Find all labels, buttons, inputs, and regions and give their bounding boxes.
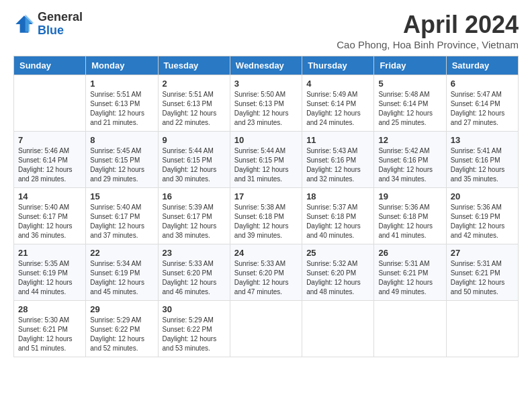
day-cell: 27Sunrise: 5:31 AMSunset: 6:21 PMDayligh…: [446, 244, 518, 301]
day-info: Sunrise: 5:29 AMSunset: 6:22 PMDaylight:…: [90, 316, 153, 353]
day-cell: 17Sunrise: 5:38 AMSunset: 6:18 PMDayligh…: [230, 188, 302, 244]
day-info: Sunrise: 5:44 AMSunset: 6:15 PMDaylight:…: [234, 146, 298, 184]
calendar-header: SundayMondayTuesdayWednesdayThursdayFrid…: [14, 56, 519, 75]
week-row-2: 7Sunrise: 5:46 AMSunset: 6:14 PMDaylight…: [14, 132, 519, 188]
day-cell: 11Sunrise: 5:43 AMSunset: 6:16 PMDayligh…: [302, 132, 374, 188]
header-day-sunday: Sunday: [14, 56, 86, 75]
day-number: 12: [378, 135, 441, 145]
day-cell: 14Sunrise: 5:40 AMSunset: 6:17 PMDayligh…: [14, 188, 86, 244]
day-cell: 1Sunrise: 5:51 AMSunset: 6:13 PMDaylight…: [86, 75, 158, 132]
day-cell: 23Sunrise: 5:33 AMSunset: 6:20 PMDayligh…: [158, 244, 230, 301]
day-number: 14: [18, 191, 81, 201]
day-cell: 2Sunrise: 5:51 AMSunset: 6:13 PMDaylight…: [158, 75, 230, 132]
day-number: 24: [234, 248, 298, 258]
day-number: 2: [163, 79, 226, 89]
day-info: Sunrise: 5:29 AMSunset: 6:22 PMDaylight:…: [163, 316, 226, 353]
day-cell: 13Sunrise: 5:41 AMSunset: 6:16 PMDayligh…: [446, 132, 518, 188]
day-number: 9: [163, 135, 226, 145]
day-info: Sunrise: 5:36 AMSunset: 6:19 PMDaylight:…: [451, 203, 514, 240]
week-row-3: 14Sunrise: 5:40 AMSunset: 6:17 PMDayligh…: [14, 188, 519, 244]
day-number: 3: [234, 79, 298, 89]
day-info: Sunrise: 5:36 AMSunset: 6:18 PMDaylight:…: [378, 203, 441, 240]
day-info: Sunrise: 5:32 AMSunset: 6:20 PMDaylight:…: [306, 259, 369, 297]
day-cell: 16Sunrise: 5:39 AMSunset: 6:17 PMDayligh…: [158, 188, 230, 244]
day-cell: 15Sunrise: 5:40 AMSunset: 6:17 PMDayligh…: [86, 188, 158, 244]
day-cell: [374, 301, 446, 357]
day-info: Sunrise: 5:30 AMSunset: 6:21 PMDaylight:…: [18, 316, 81, 353]
week-row-1: 1Sunrise: 5:51 AMSunset: 6:13 PMDaylight…: [14, 75, 519, 132]
day-info: Sunrise: 5:41 AMSunset: 6:16 PMDaylight:…: [451, 146, 514, 184]
day-cell: 6Sunrise: 5:47 AMSunset: 6:14 PMDaylight…: [446, 75, 518, 132]
day-info: Sunrise: 5:39 AMSunset: 6:17 PMDaylight:…: [163, 203, 226, 240]
logo-text: General Blue: [38, 11, 83, 38]
day-info: Sunrise: 5:33 AMSunset: 6:20 PMDaylight:…: [163, 259, 226, 297]
day-number: 19: [378, 191, 441, 201]
header-day-wednesday: Wednesday: [230, 56, 302, 75]
day-number: 26: [378, 248, 441, 258]
day-cell: 5Sunrise: 5:48 AMSunset: 6:14 PMDaylight…: [374, 75, 446, 132]
day-cell: 12Sunrise: 5:42 AMSunset: 6:16 PMDayligh…: [374, 132, 446, 188]
day-info: Sunrise: 5:49 AMSunset: 6:14 PMDaylight:…: [306, 90, 369, 128]
day-cell: 29Sunrise: 5:29 AMSunset: 6:22 PMDayligh…: [86, 301, 158, 357]
logo-icon: [13, 13, 35, 35]
day-info: Sunrise: 5:47 AMSunset: 6:14 PMDaylight:…: [451, 90, 514, 128]
day-number: 29: [90, 304, 153, 314]
day-number: 25: [306, 248, 369, 258]
day-cell: [230, 301, 302, 357]
day-number: 18: [306, 191, 369, 201]
day-info: Sunrise: 5:31 AMSunset: 6:21 PMDaylight:…: [451, 259, 514, 297]
day-cell: 8Sunrise: 5:45 AMSunset: 6:15 PMDaylight…: [86, 132, 158, 188]
day-cell: 20Sunrise: 5:36 AMSunset: 6:19 PMDayligh…: [446, 188, 518, 244]
day-info: Sunrise: 5:40 AMSunset: 6:17 PMDaylight:…: [18, 203, 81, 240]
day-number: 16: [163, 191, 226, 201]
day-number: 6: [451, 79, 514, 89]
day-number: 17: [234, 191, 298, 201]
logo-blue-text: Blue: [38, 24, 83, 38]
day-cell: 4Sunrise: 5:49 AMSunset: 6:14 PMDaylight…: [302, 75, 374, 132]
day-cell: 25Sunrise: 5:32 AMSunset: 6:20 PMDayligh…: [302, 244, 374, 301]
day-cell: [446, 301, 518, 357]
svg-marker-0: [15, 15, 33, 33]
day-info: Sunrise: 5:38 AMSunset: 6:18 PMDaylight:…: [234, 203, 298, 240]
day-number: 8: [90, 135, 153, 145]
day-cell: 30Sunrise: 5:29 AMSunset: 6:22 PMDayligh…: [158, 301, 230, 357]
day-info: Sunrise: 5:34 AMSunset: 6:19 PMDaylight:…: [90, 259, 153, 297]
day-cell: 22Sunrise: 5:34 AMSunset: 6:19 PMDayligh…: [86, 244, 158, 301]
day-info: Sunrise: 5:40 AMSunset: 6:17 PMDaylight:…: [90, 203, 153, 240]
day-number: 1: [90, 79, 153, 89]
svg-marker-1: [26, 14, 34, 32]
day-cell: 19Sunrise: 5:36 AMSunset: 6:18 PMDayligh…: [374, 188, 446, 244]
header-day-tuesday: Tuesday: [158, 56, 230, 75]
day-info: Sunrise: 5:31 AMSunset: 6:21 PMDaylight:…: [378, 259, 441, 297]
day-info: Sunrise: 5:42 AMSunset: 6:16 PMDaylight:…: [378, 146, 441, 184]
day-cell: 7Sunrise: 5:46 AMSunset: 6:14 PMDaylight…: [14, 132, 86, 188]
day-number: 23: [163, 248, 226, 258]
day-cell: [302, 301, 374, 357]
day-info: Sunrise: 5:35 AMSunset: 6:19 PMDaylight:…: [18, 259, 81, 297]
day-number: 22: [90, 248, 153, 258]
day-cell: 26Sunrise: 5:31 AMSunset: 6:21 PMDayligh…: [374, 244, 446, 301]
day-number: 13: [451, 135, 514, 145]
day-info: Sunrise: 5:51 AMSunset: 6:13 PMDaylight:…: [163, 90, 226, 128]
day-number: 15: [90, 191, 153, 201]
day-info: Sunrise: 5:37 AMSunset: 6:18 PMDaylight:…: [306, 203, 369, 240]
calendar-body: 1Sunrise: 5:51 AMSunset: 6:13 PMDaylight…: [14, 75, 519, 357]
day-cell: 28Sunrise: 5:30 AMSunset: 6:21 PMDayligh…: [14, 301, 86, 357]
day-cell: 18Sunrise: 5:37 AMSunset: 6:18 PMDayligh…: [302, 188, 374, 244]
day-number: 28: [18, 304, 81, 314]
day-number: 30: [163, 304, 226, 314]
day-info: Sunrise: 5:45 AMSunset: 6:15 PMDaylight:…: [90, 146, 153, 184]
day-cell: [14, 75, 86, 132]
day-info: Sunrise: 5:33 AMSunset: 6:20 PMDaylight:…: [234, 259, 298, 297]
day-number: 4: [306, 79, 369, 89]
day-number: 21: [18, 248, 81, 258]
day-cell: 10Sunrise: 5:44 AMSunset: 6:15 PMDayligh…: [230, 132, 302, 188]
day-cell: 21Sunrise: 5:35 AMSunset: 6:19 PMDayligh…: [14, 244, 86, 301]
day-info: Sunrise: 5:46 AMSunset: 6:14 PMDaylight:…: [18, 146, 81, 184]
header-day-thursday: Thursday: [302, 56, 374, 75]
week-row-4: 21Sunrise: 5:35 AMSunset: 6:19 PMDayligh…: [14, 244, 519, 301]
header: General Blue April 2024 Cao Phong, Hoa B…: [13, 11, 519, 50]
day-cell: 9Sunrise: 5:44 AMSunset: 6:15 PMDaylight…: [158, 132, 230, 188]
day-number: 27: [451, 248, 514, 258]
header-day-monday: Monday: [86, 56, 158, 75]
